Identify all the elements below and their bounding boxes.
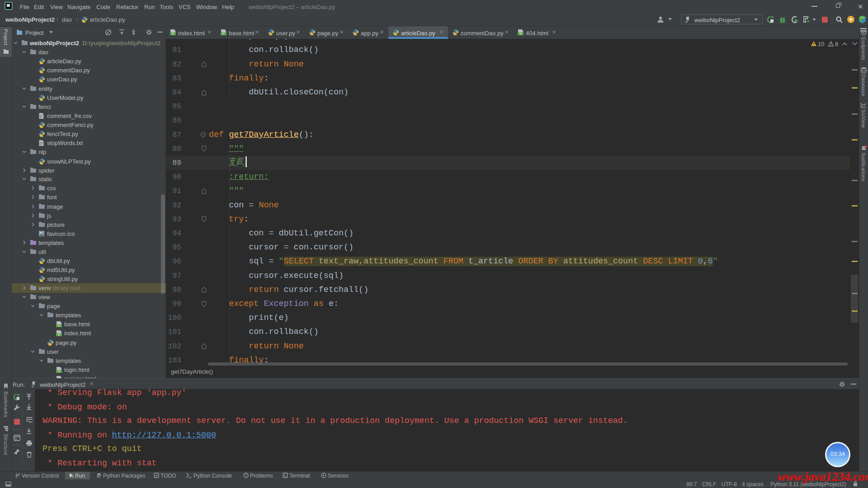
- svg-text:5: 5: [223, 33, 224, 35]
- svg-text:5: 5: [58, 370, 60, 373]
- svg-text:5: 5: [58, 333, 60, 336]
- svg-text:5: 5: [172, 33, 174, 35]
- svg-text:5: 5: [58, 324, 60, 327]
- svg-text:5: 5: [520, 33, 521, 35]
